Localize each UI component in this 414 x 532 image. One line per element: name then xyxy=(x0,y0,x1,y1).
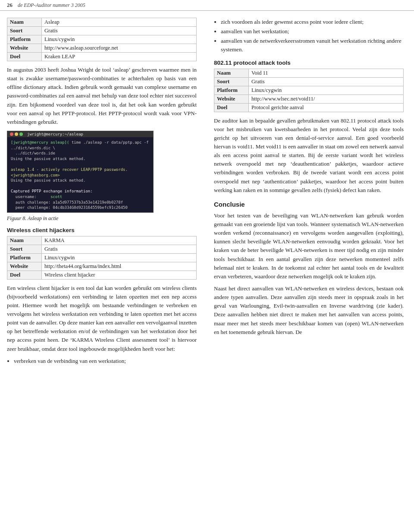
screenshot-titlebar: jwright@mercury:~/asleap xyxy=(7,131,153,137)
page-header: 26 de EDP-Auditor nummer 3 2005 xyxy=(0,0,414,11)
list-item: zich voordoen als ieder gewenst access p… xyxy=(221,18,404,26)
label-doel: Doel xyxy=(7,53,42,61)
label-platform: Platform xyxy=(214,86,249,94)
label-platform: Platform xyxy=(7,35,42,44)
screen-line: Captured PPTP exchange information: xyxy=(11,189,150,194)
page-number: 26 xyxy=(7,2,13,9)
screen-line: peer response: 5653e1492fd51b88edaec9c34… xyxy=(11,211,150,213)
table-row: Soort Gratis xyxy=(214,77,404,86)
label-soort: Soort xyxy=(214,77,249,86)
screen-line: asleap 1.4 - actively recover LEAP/PPTP … xyxy=(11,167,150,178)
conclusie-heading: Conclusie xyxy=(214,201,404,208)
label-website: Website xyxy=(7,262,42,271)
tool3-soort: Gratis xyxy=(249,77,404,86)
maximize-dot xyxy=(19,132,23,136)
screen-line: [jwright@mercury asleap]( time ./asleap … xyxy=(11,140,150,151)
label-naam: Naam xyxy=(7,236,42,245)
tool3-website: http://www.wlsec.net/void11/ xyxy=(249,94,404,103)
conclusie-body1: Voor het testen van de beveiliging van W… xyxy=(214,211,404,281)
label-naam: Naam xyxy=(7,18,42,27)
table-row: Doel Kraken LEAP xyxy=(7,53,197,61)
tool2-doel: Wireless client hijacker xyxy=(42,271,197,279)
tool2-body1: Een wireless client hijacker is een tool… xyxy=(7,284,197,353)
list-item: verbreken van de verbinding van een werk… xyxy=(14,357,197,365)
conclusie-body2: Naast het direct aanvallen van WLAN-netw… xyxy=(214,284,404,337)
screenshot-asleap: jwright@mercury:~/asleap [jwright@mercur… xyxy=(7,131,154,213)
tool1-soort: Gratis xyxy=(42,27,197,35)
tool2-naam: KARMA xyxy=(42,236,197,245)
table-row: Platform Linux/cygwin xyxy=(7,35,197,44)
tool1-body: In augustus 2003 heeft Joshua Wright de … xyxy=(7,66,197,126)
tool2-soort: Gratis xyxy=(42,245,197,253)
screen-line: ../dict/words.ide xyxy=(11,151,150,156)
table-row: Soort Gratis xyxy=(7,245,197,253)
label-doel: Doel xyxy=(7,271,42,279)
screen-line: peer challenge: 04c4b334G0d923164559befc… xyxy=(11,205,150,211)
table-row: Website http://www.wlsec.net/void11/ xyxy=(214,94,404,103)
tool1-website: http://www.asleap.sourceforge.net xyxy=(42,44,197,53)
list-item: aanvallen van de netwerkverkeersstromen … xyxy=(221,37,404,54)
table-row: Website http://theta44.org/karma/index.h… xyxy=(7,262,197,271)
label-platform: Platform xyxy=(7,253,42,262)
table-row: Doel Protocol gerichte aanval xyxy=(214,103,404,112)
table-row: Soort Gratis xyxy=(7,27,197,35)
screenshot-content: [jwright@mercury asleap]( time ./asleap … xyxy=(11,140,150,213)
protocol-section-heading: 802.11 protocol attack tools xyxy=(214,60,404,66)
screen-line xyxy=(11,183,150,189)
content-area: Naam Asleap Soort Gratis Platform Linux/… xyxy=(0,11,414,376)
label-website: Website xyxy=(214,94,249,103)
tool1-table: Naam Asleap Soort Gratis Platform Linux/… xyxy=(7,18,197,61)
screen-line: Using the passive attack method. xyxy=(11,178,150,183)
screen-line xyxy=(11,161,150,167)
tool1-platform: Linux/cygwin xyxy=(42,35,197,44)
tool2-table: Naam KARMA Soort Gratis Platform Linux/c… xyxy=(7,236,197,280)
table-row: Naam KARMA xyxy=(7,236,197,245)
tool3-platform: Linux/cygwin xyxy=(249,86,404,94)
tool2-platform: Linux/cygwin xyxy=(42,253,197,262)
right-column: zich voordoen als ieder gewenst access p… xyxy=(205,18,404,369)
bullets-continued-list: zich voordoen als ieder gewenst access p… xyxy=(214,18,404,54)
left-column: Naam Asleap Soort Gratis Platform Linux/… xyxy=(7,18,205,369)
page: 26 de EDP-Auditor nummer 3 2005 Naam Asl… xyxy=(0,0,414,376)
titlebar-dots xyxy=(10,132,23,136)
tool3-doel: Protocol gerichte aanval xyxy=(249,103,404,112)
tool3-body: De auditor kan in bepaalde gevallen gebr… xyxy=(214,116,404,195)
tool2-website: http://theta44.org/karma/index.html xyxy=(42,262,197,271)
table-row: Platform Linux/cygwin xyxy=(7,253,197,262)
journal-title: de EDP-Auditor nummer 3 2005 xyxy=(18,2,85,9)
figure-caption: Figuur 8. Asleap in actie xyxy=(7,214,197,223)
list-item: aanvallen van het werkstation; xyxy=(221,27,404,36)
tool1-doel: Kraken LEAP xyxy=(42,53,197,61)
label-naam: Naam xyxy=(214,69,249,77)
label-doel: Doel xyxy=(214,103,249,112)
label-soort: Soort xyxy=(7,27,42,35)
wireless-section-heading: Wireless client hijackers xyxy=(7,227,197,233)
tool1-naam: Asleap xyxy=(42,18,197,27)
minimize-dot xyxy=(15,132,18,136)
table-row: Doel Wireless client hijacker xyxy=(7,271,197,279)
label-website: Website xyxy=(7,44,42,53)
screen-line: username: scott xyxy=(11,194,150,200)
table-row: Platform Linux/cygwin xyxy=(214,86,404,94)
label-soort: Soort xyxy=(7,245,42,253)
table-row: Website http://www.asleap.sourceforge.ne… xyxy=(7,44,197,53)
screen-line: Using the passive attack method. xyxy=(11,156,150,162)
screen-line: auth challenge: a1a5d977537b3a53e14219e0… xyxy=(11,200,150,205)
close-dot xyxy=(10,132,13,136)
tool3-naam: Void 11 xyxy=(249,69,404,77)
table-row: Naam Asleap xyxy=(7,18,197,27)
screenshot-title: jwright@mercury:~/asleap xyxy=(27,132,83,136)
table-row: Naam Void 11 xyxy=(214,69,404,77)
tool3-table: Naam Void 11 Soort Gratis Platform Linux… xyxy=(214,69,404,112)
tool2-bullet-list: verbreken van de verbinding van een werk… xyxy=(7,357,197,365)
